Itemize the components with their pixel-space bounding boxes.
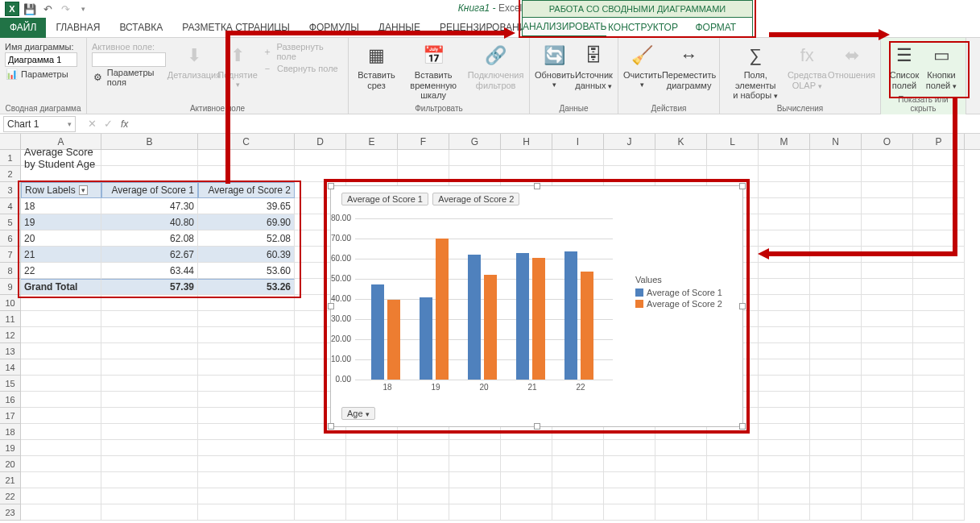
- bar[interactable]: [581, 272, 593, 380]
- save-icon[interactable]: 💾: [21, 1, 39, 17]
- cell[interactable]: [913, 359, 965, 376]
- cell[interactable]: [552, 150, 604, 166]
- cell[interactable]: [655, 504, 707, 521]
- cell[interactable]: [198, 472, 295, 488]
- cell[interactable]: [810, 214, 862, 230]
- cell[interactable]: [913, 488, 965, 504]
- cell[interactable]: [655, 456, 707, 472]
- cell[interactable]: [759, 456, 810, 472]
- cell[interactable]: [21, 456, 101, 472]
- col-header-L[interactable]: L: [707, 134, 759, 149]
- tab-file[interactable]: ФАЙЛ: [0, 18, 46, 38]
- cell[interactable]: [604, 150, 655, 166]
- cell[interactable]: [862, 440, 913, 456]
- cell[interactable]: [101, 376, 198, 392]
- row-header[interactable]: 1: [0, 150, 21, 166]
- cell[interactable]: [862, 343, 913, 359]
- cell[interactable]: [913, 456, 965, 472]
- cell[interactable]: [295, 440, 346, 456]
- confirm-icon[interactable]: ✓: [100, 118, 116, 130]
- cell[interactable]: [449, 440, 501, 456]
- cell[interactable]: [810, 263, 862, 279]
- row-header[interactable]: 6: [0, 230, 21, 247]
- cell[interactable]: [707, 166, 759, 182]
- cell[interactable]: Grand Total: [21, 279, 101, 295]
- cell[interactable]: 18: [21, 198, 101, 214]
- cell[interactable]: Average Score by Student Age: [21, 150, 101, 166]
- cell[interactable]: [501, 150, 552, 166]
- cell[interactable]: [913, 150, 965, 166]
- bar[interactable]: [387, 300, 400, 380]
- row-header[interactable]: 23: [0, 504, 21, 521]
- col-header-K[interactable]: K: [655, 134, 707, 149]
- cell[interactable]: [810, 166, 862, 182]
- qat-dropdown-icon[interactable]: ▾: [74, 1, 92, 17]
- row-header[interactable]: 10: [0, 295, 21, 311]
- cell[interactable]: [862, 166, 913, 182]
- cell[interactable]: 53.26: [198, 279, 295, 295]
- name-box[interactable]: Chart 1: [3, 116, 76, 132]
- cell[interactable]: [21, 311, 101, 327]
- cell[interactable]: [810, 150, 862, 166]
- cell[interactable]: Average of Score 2: [198, 182, 295, 198]
- row-header[interactable]: 7: [0, 247, 21, 263]
- cell[interactable]: [655, 166, 707, 182]
- cell[interactable]: [21, 327, 101, 343]
- undo-icon[interactable]: ↶: [39, 1, 56, 17]
- row-header[interactable]: 3: [0, 182, 21, 198]
- row-header[interactable]: 2: [0, 166, 21, 182]
- cell[interactable]: [810, 456, 862, 472]
- cell[interactable]: [862, 327, 913, 343]
- cell[interactable]: [101, 504, 198, 521]
- tab-home[interactable]: ГЛАВНАЯ: [46, 18, 110, 38]
- cell[interactable]: [810, 440, 862, 456]
- cell[interactable]: [398, 488, 449, 504]
- cell[interactable]: [759, 408, 810, 424]
- cell[interactable]: [604, 440, 655, 456]
- cell[interactable]: [913, 424, 965, 440]
- cell[interactable]: 60.39: [198, 247, 295, 263]
- cell[interactable]: [707, 488, 759, 504]
- row-header[interactable]: 22: [0, 488, 21, 504]
- insert-timeline-button[interactable]: 📅 Вставитьвременную шкалу: [399, 41, 467, 104]
- row-header[interactable]: 19: [0, 440, 21, 456]
- cell[interactable]: 39.65: [198, 198, 295, 214]
- cell[interactable]: [198, 440, 295, 456]
- select-all-corner[interactable]: [0, 134, 21, 149]
- cell[interactable]: [501, 504, 552, 521]
- cell[interactable]: [552, 456, 604, 472]
- cell[interactable]: [449, 166, 501, 182]
- worksheet-grid[interactable]: ABCDEFGHIJKLMNOP 1Average Score by Stude…: [0, 134, 980, 523]
- cell[interactable]: [862, 247, 913, 263]
- field-buttons-button[interactable]: ▭ Кнопкиполей ▾: [923, 41, 960, 95]
- cell[interactable]: [913, 263, 965, 279]
- row-header[interactable]: 13: [0, 343, 21, 359]
- cell[interactable]: [21, 472, 101, 488]
- col-header-J[interactable]: J: [604, 134, 655, 149]
- cell[interactable]: [101, 408, 198, 424]
- cell[interactable]: [449, 504, 501, 521]
- cell[interactable]: [198, 359, 295, 376]
- col-header-O[interactable]: O: [862, 134, 913, 149]
- cell[interactable]: [346, 150, 398, 166]
- col-header-E[interactable]: E: [346, 134, 398, 149]
- cell[interactable]: [198, 504, 295, 521]
- cell[interactable]: [295, 150, 346, 166]
- cell[interactable]: [810, 392, 862, 408]
- tab-layout[interactable]: РАЗМЕТКА СТРАНИЦЫ: [172, 18, 300, 38]
- cell[interactable]: [101, 343, 198, 359]
- cell[interactable]: [759, 230, 810, 247]
- cell[interactable]: [759, 166, 810, 182]
- cell[interactable]: [759, 392, 810, 408]
- cell[interactable]: [101, 440, 198, 456]
- cell[interactable]: [810, 198, 862, 214]
- cell[interactable]: [759, 343, 810, 359]
- col-header-P[interactable]: P: [913, 134, 965, 149]
- cell[interactable]: [759, 182, 810, 198]
- cell[interactable]: [101, 327, 198, 343]
- row-header[interactable]: 12: [0, 327, 21, 343]
- cell[interactable]: [655, 488, 707, 504]
- cell[interactable]: [810, 327, 862, 343]
- cell[interactable]: [552, 488, 604, 504]
- tab-analyze[interactable]: АНАЛИЗИРОВАТЬ: [523, 18, 606, 37]
